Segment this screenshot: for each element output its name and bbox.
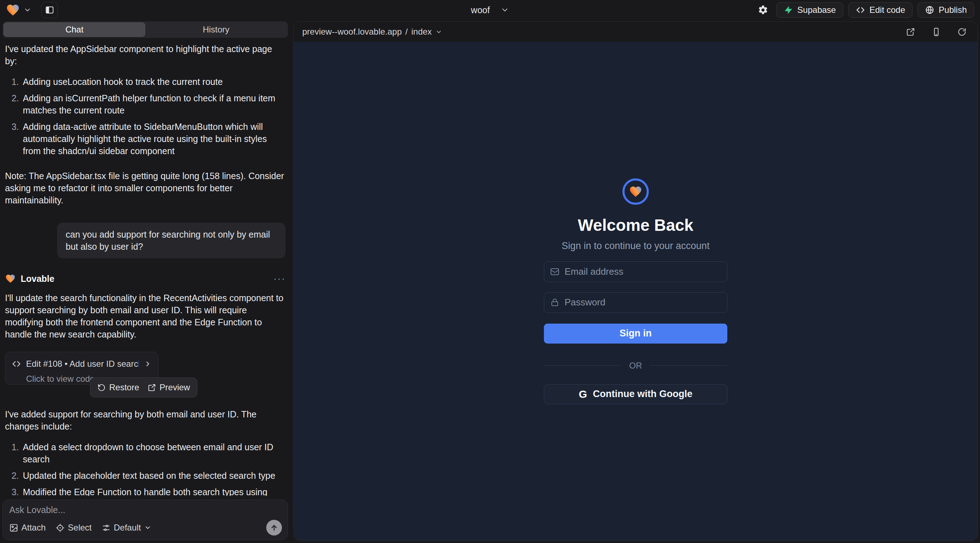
top-bar: woof Supabase Edit code Publish [0, 0, 980, 20]
chevron-down-icon [144, 524, 151, 531]
target-icon [56, 523, 65, 532]
preview-page-name: index [411, 27, 431, 37]
user-message-bubble: can you add support for searching not on… [57, 222, 285, 258]
send-button[interactable] [266, 520, 282, 535]
chat-history-tabs: Chat History [3, 21, 288, 38]
refresh-button[interactable] [955, 25, 969, 39]
preview-viewport: Welcome Back Sign in to continue to your… [294, 42, 977, 540]
sign-in-button[interactable]: Sign in [544, 324, 727, 344]
google-button-label: Continue with Google [593, 389, 692, 400]
project-switcher[interactable]: woof [471, 0, 509, 20]
chat-input[interactable] [9, 505, 282, 520]
sliders-icon [102, 523, 111, 532]
chevron-down-icon[interactable] [24, 6, 32, 14]
assistant-name: Lovable [21, 273, 54, 285]
app-logo [622, 178, 649, 205]
external-link-icon [148, 384, 156, 392]
lovable-avatar-icon [5, 273, 16, 284]
refresh-icon [958, 27, 966, 37]
edit-code-label: Edit code [869, 5, 905, 15]
assistant-note: Note: The AppSidebar.tsx file is getting… [5, 170, 285, 206]
or-divider: OR [544, 361, 727, 371]
signin-card: Welcome Back Sign in to continue to your… [544, 178, 727, 404]
path-separator: / [406, 27, 408, 37]
google-g-icon: G [579, 388, 587, 400]
assistant-header: Lovable ··· [5, 273, 285, 285]
password-input[interactable] [565, 297, 721, 308]
publish-button[interactable]: Publish [918, 2, 974, 18]
assistant-paragraph: I'll update the search functionality in … [5, 292, 285, 340]
preview-panel: preview--woof.lovable.app / index [293, 21, 978, 541]
restore-button[interactable]: Restore [97, 381, 139, 394]
list-item: Adding an isCurrentPath helper function … [21, 92, 285, 116]
email-field [544, 262, 727, 282]
supabase-bolt-icon [784, 5, 793, 14]
chevron-down-icon [435, 29, 442, 35]
image-attach-icon [9, 523, 18, 532]
lock-icon [550, 297, 560, 307]
page-subtitle: Sign in to continue to your account [562, 240, 710, 251]
preview-button[interactable]: Preview [148, 381, 190, 394]
code-icon [12, 359, 21, 368]
or-label: OR [629, 361, 642, 371]
project-name: woof [471, 5, 490, 15]
publish-label: Publish [939, 5, 967, 15]
edit-code-button[interactable]: Edit code [848, 2, 913, 18]
settings-button[interactable] [755, 2, 771, 18]
tab-chat[interactable]: Chat [3, 22, 145, 37]
chat-panel: Chat History I've updated the AppSidebar… [0, 20, 291, 543]
list-item: Updated the placeholder text based on th… [21, 470, 285, 482]
password-field [544, 292, 727, 313]
external-link-icon [906, 27, 915, 37]
continue-with-google-button[interactable]: G Continue with Google [544, 384, 727, 404]
supabase-button[interactable]: Supabase [776, 2, 843, 18]
preview-toolbar: preview--woof.lovable.app / index [294, 22, 977, 42]
topbar-actions: Supabase Edit code Publish [755, 2, 974, 18]
preview-actions [903, 25, 969, 39]
attach-button[interactable]: Attach [9, 523, 46, 533]
list-item: Modified the Edge Function to handle bot… [21, 486, 285, 496]
assistant-paragraph: I've updated the AppSidebar component to… [5, 43, 285, 67]
restore-preview-bar: Restore Preview [90, 378, 197, 397]
open-in-new-tab-button[interactable] [903, 25, 918, 39]
sidebar-toggle-button[interactable] [41, 2, 58, 18]
tab-history[interactable]: History [145, 22, 287, 37]
composer: Attach Select Default [3, 500, 288, 540]
mode-selector[interactable]: Default [102, 523, 151, 533]
lovable-logo-icon[interactable] [6, 3, 20, 17]
preview-domain: preview--woof.lovable.app [302, 27, 402, 37]
mobile-view-button[interactable] [929, 25, 943, 39]
mobile-icon [932, 27, 941, 37]
assistant-list: Adding useLocation hook to track the cur… [5, 76, 285, 157]
page-title: Welcome Back [578, 216, 694, 235]
heart-icon [629, 185, 643, 198]
chevron-down-icon [500, 6, 509, 14]
mail-icon [550, 267, 560, 276]
supabase-label: Supabase [797, 5, 836, 15]
email-input[interactable] [565, 266, 721, 277]
composer-toolbar: Attach Select Default [9, 520, 282, 535]
edit-card-title: Edit #108 • Add user ID search supp... [26, 358, 139, 370]
list-item: Adding data-active attribute to SidebarM… [21, 121, 285, 157]
restore-icon [97, 384, 106, 392]
list-item: Added a select dropdown to choose betwee… [21, 441, 285, 465]
globe-icon [925, 5, 934, 14]
list-item: Adding useLocation hook to track the cur… [21, 76, 285, 88]
preview-url[interactable]: preview--woof.lovable.app / index [302, 27, 442, 37]
code-icon [856, 5, 865, 14]
select-element-button[interactable]: Select [56, 523, 92, 533]
arrow-up-icon [270, 523, 278, 532]
topbar-left [6, 2, 58, 18]
chat-message-list[interactable]: I've updated the AppSidebar component to… [0, 38, 291, 496]
chevron-right-icon [144, 360, 152, 368]
assistant-list: Added a select dropdown to choose betwee… [5, 441, 285, 496]
edit-card-wrap: Edit #108 • Add user ID search supp... C… [5, 352, 173, 398]
assistant-paragraph: I've added support for searching by both… [5, 408, 285, 432]
more-options-icon[interactable]: ··· [274, 273, 285, 285]
lovable-app: woof Supabase Edit code Publish [0, 0, 980, 543]
